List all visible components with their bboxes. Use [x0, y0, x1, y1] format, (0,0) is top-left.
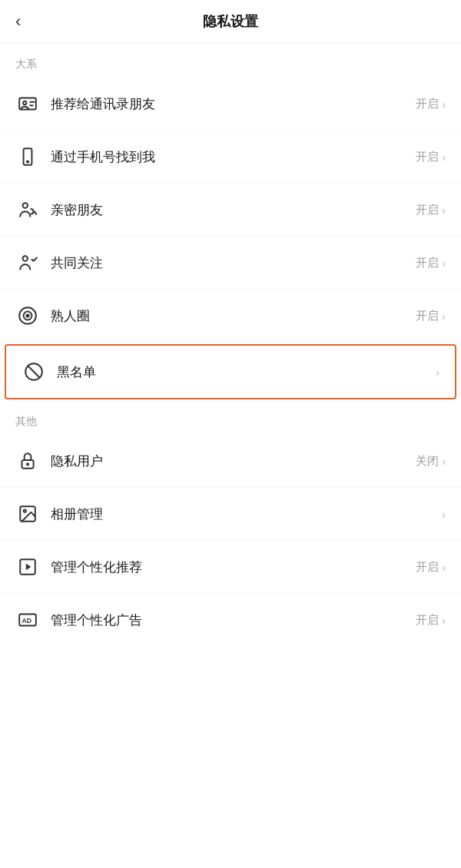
chevron-icon-private-user: ›: [442, 455, 446, 468]
section-group-1: 隐私用户关闭› 相册管理› 管理个性化推荐开启› AD 管理个性化广告开启›: [0, 435, 461, 646]
list-item-recommend-contacts[interactable]: 推荐给通讯录朋友开启›: [0, 78, 461, 131]
phone-icon: [15, 144, 40, 169]
play-icon: [15, 555, 40, 579]
svg-point-16: [24, 510, 26, 512]
chevron-icon-personalized-ad: ›: [442, 614, 446, 627]
chevron-icon-find-by-phone: ›: [442, 151, 446, 164]
header: ‹ 隐私设置: [0, 0, 461, 44]
item-value-find-by-phone: 开启: [416, 150, 439, 164]
chevron-icon-album-management: ›: [442, 508, 446, 521]
item-label-mutual-follow: 共同关注: [51, 254, 416, 272]
item-value-acquaintance-circle: 开启: [416, 309, 439, 323]
item-value-close-friends: 开启: [416, 203, 439, 217]
item-value-recommend-contacts: 开启: [416, 97, 439, 111]
list-item-personalized-recommend[interactable]: 管理个性化推荐开启›: [0, 541, 461, 594]
item-value-personalized-ad: 开启: [416, 613, 439, 628]
item-value-mutual-follow: 开启: [416, 256, 439, 270]
chevron-icon-personalized-recommend: ›: [442, 561, 446, 574]
item-label-private-user: 隐私用户: [51, 452, 416, 470]
svg-point-7: [23, 256, 28, 261]
item-label-album-management: 相册管理: [51, 505, 442, 523]
section-label-0: 大系: [0, 44, 461, 78]
svg-point-10: [26, 314, 28, 316]
list-item-close-friends[interactable]: 亲密朋友开启›: [0, 184, 461, 237]
list-item-acquaintance-circle[interactable]: 熟人圈开启›: [0, 290, 461, 343]
page-title: 隐私设置: [203, 12, 258, 31]
section-label-1: 其他: [0, 401, 461, 435]
chevron-icon-close-friends: ›: [442, 204, 446, 217]
svg-line-12: [28, 366, 39, 377]
list-item-mutual-follow[interactable]: 共同关注开启›: [0, 237, 461, 290]
item-value-private-user: 关闭: [416, 454, 439, 469]
mutual-follow-icon: [15, 250, 40, 275]
album-icon: [15, 502, 40, 526]
item-label-acquaintance-circle: 熟人圈: [51, 307, 416, 325]
lock-icon: [15, 449, 40, 473]
ad-icon: AD: [15, 608, 40, 632]
chevron-icon-recommend-contacts: ›: [442, 98, 446, 111]
list-item-find-by-phone[interactable]: 通过手机号找到我开启›: [0, 131, 461, 184]
svg-point-5: [27, 161, 28, 162]
item-label-recommend-contacts: 推荐给通讯录朋友: [51, 95, 416, 113]
item-label-personalized-ad: 管理个性化广告: [51, 611, 416, 629]
contact-card-icon: [15, 91, 40, 116]
target-icon: [15, 303, 40, 328]
list-item-private-user[interactable]: 隐私用户关闭›: [0, 435, 461, 488]
list-item-album-management[interactable]: 相册管理›: [0, 488, 461, 541]
close-friends-icon: [15, 197, 40, 222]
svg-text:AD: AD: [22, 617, 32, 624]
svg-point-1: [23, 101, 26, 104]
chevron-icon-mutual-follow: ›: [442, 257, 446, 270]
chevron-icon-blacklist: ›: [436, 366, 439, 379]
svg-point-6: [23, 203, 28, 208]
item-value-personalized-recommend: 开启: [416, 560, 439, 575]
list-item-personalized-ad[interactable]: AD 管理个性化广告开启›: [0, 594, 461, 646]
item-label-close-friends: 亲密朋友: [51, 201, 416, 219]
svg-marker-18: [26, 564, 32, 571]
list-item-blacklist[interactable]: 黑名单›: [5, 344, 456, 399]
item-label-blacklist: 黑名单: [57, 363, 436, 381]
svg-point-14: [27, 463, 28, 465]
block-icon: [22, 359, 46, 384]
chevron-icon-acquaintance-circle: ›: [442, 310, 446, 323]
item-label-personalized-recommend: 管理个性化推荐: [51, 558, 416, 576]
back-button[interactable]: ‹: [15, 13, 21, 30]
section-group-0: 推荐给通讯录朋友开启› 通过手机号找到我开启› 亲密朋友开启› 共同关注开启› …: [0, 78, 461, 399]
item-label-find-by-phone: 通过手机号找到我: [51, 148, 416, 166]
